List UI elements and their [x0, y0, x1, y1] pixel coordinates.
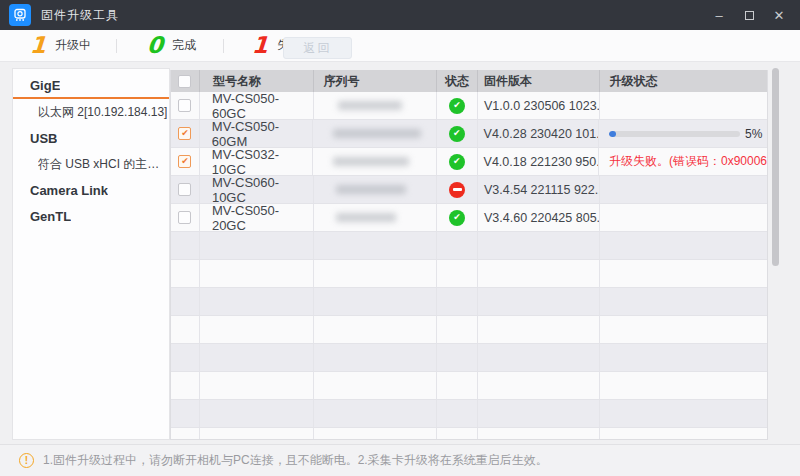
table-row[interactable]: MV-CS032-10GC V4.0.18 221230 950... 升级失败… — [171, 148, 767, 176]
stats-bar: 1 升级中 0 完成 1 失败 返回 — [0, 30, 800, 62]
model-name: MV-CS050-60GC — [200, 92, 314, 119]
firmware-version: V3.4.60 220425 805... — [478, 204, 600, 231]
vertical-scrollbar[interactable] — [772, 68, 779, 266]
table-row-empty — [171, 260, 767, 288]
row-checkbox[interactable] — [178, 211, 191, 224]
header-serial: 序列号 — [314, 70, 438, 92]
table-row-empty — [171, 428, 767, 440]
completed-count: 0 — [146, 34, 164, 57]
row-checkbox[interactable] — [178, 127, 191, 140]
progress-track — [609, 131, 740, 137]
select-all-checkbox[interactable] — [178, 75, 191, 88]
table-row-empty — [171, 400, 767, 428]
table-row[interactable]: MV-CS050-60GC V1.0.0 230506 1023... — [171, 92, 767, 120]
header-status: 状态 — [437, 70, 478, 92]
upgrade-fail-text: 升级失败。(错误码：0x90006... — [609, 153, 767, 170]
status-ok-icon — [449, 98, 465, 114]
sidebar-item-usb[interactable]: USB — [13, 125, 169, 151]
firmware-upgrade-tool-window: 固件升级工具 – ✕ 1 升级中 0 完成 1 失败 返回 GigE 以太网 2… — [0, 0, 800, 476]
table-row-empty — [171, 372, 767, 400]
model-name: MV-CS060-10GC — [200, 176, 314, 203]
status-ok-icon — [449, 154, 465, 170]
table-row-empty — [171, 344, 767, 372]
upgrading-label: 升级中 — [55, 37, 91, 54]
device-table: 型号名称 序列号 状态 固件版本 升级状态 MV-CS050-60GC V1.0… — [170, 70, 768, 440]
upgrading-count: 1 — [29, 34, 47, 57]
table-header: 型号名称 序列号 状态 固件版本 升级状态 — [171, 70, 767, 92]
model-name: MV-CS050-60GM — [200, 120, 313, 147]
table-row-empty — [171, 288, 767, 316]
serial-redacted — [333, 129, 421, 138]
sidebar-item-ethernet2[interactable]: 以太网 2[10.192.184.13] — [13, 99, 169, 125]
window-title: 固件升级工具 — [41, 7, 119, 24]
status-blocked-icon — [449, 182, 465, 198]
completed-label: 完成 — [172, 37, 196, 54]
firmware-version: V4.0.18 221230 950... — [478, 148, 599, 175]
sidebar-item-gentl[interactable]: GenTL — [13, 203, 169, 229]
footer-notice-bar: ! 1.固件升级过程中，请勿断开相机与PC连接，且不能断电。2.采集卡升级将在系… — [0, 444, 800, 476]
warning-icon: ! — [19, 453, 34, 468]
close-button[interactable]: ✕ — [764, 0, 794, 30]
progress-fill — [609, 131, 616, 137]
back-button[interactable]: 返回 — [283, 37, 352, 59]
stats-divider — [223, 39, 224, 53]
upgrade-progress-bar: 5% — [609, 127, 767, 141]
maximize-button[interactable] — [734, 0, 764, 30]
model-name: MV-CS050-20GC — [200, 204, 314, 231]
header-upgrade: 升级状态 — [600, 70, 767, 92]
model-name: MV-CS032-10GC — [200, 148, 313, 175]
sidebar-item-cameralink[interactable]: Camera Link — [13, 177, 169, 203]
table-row-empty — [171, 232, 767, 260]
stats-divider — [116, 39, 117, 53]
table-row[interactable]: MV-CS050-20GC V3.4.60 220425 805... — [171, 204, 767, 232]
footer-notice: 1.固件升级过程中，请勿断开相机与PC连接，且不能断电。2.采集卡升级将在系统重… — [43, 452, 548, 469]
serial-redacted — [336, 213, 396, 222]
serial-redacted — [338, 101, 402, 110]
row-checkbox[interactable] — [178, 99, 191, 112]
minimize-button[interactable]: – — [704, 0, 734, 30]
serial-redacted — [336, 185, 406, 194]
status-ok-icon — [449, 210, 465, 226]
firmware-version: V3.4.54 221115 922... — [478, 176, 600, 203]
progress-percent: 5% — [745, 127, 762, 141]
status-ok-icon — [449, 126, 465, 142]
firmware-version: V4.0.28 230420 101... — [478, 120, 599, 147]
app-camera-icon — [9, 4, 31, 26]
table-row[interactable]: MV-CS050-60GM V4.0.28 230420 101... 5% — [171, 120, 767, 148]
sidebar-item-gige[interactable]: GigE — [13, 73, 169, 99]
table-row-empty — [171, 316, 767, 344]
table-body: MV-CS050-60GC V1.0.0 230506 1023... MV-C… — [171, 92, 767, 440]
firmware-version: V1.0.0 230506 1023... — [478, 92, 600, 119]
maximize-icon — [745, 11, 754, 20]
row-checkbox[interactable] — [178, 183, 191, 196]
window-controls: – ✕ — [704, 0, 794, 30]
failed-count: 1 — [251, 34, 269, 57]
interface-sidebar: GigE 以太网 2[10.192.184.13] USB 符合 USB xHC… — [12, 68, 170, 440]
serial-redacted — [333, 157, 409, 166]
header-firmware: 固件版本 — [478, 70, 600, 92]
header-model: 型号名称 — [200, 70, 314, 92]
titlebar: 固件升级工具 – ✕ — [0, 0, 800, 30]
row-checkbox[interactable] — [178, 155, 191, 168]
sidebar-item-usb-xhci[interactable]: 符合 USB xHCI 的主机控... — [13, 151, 169, 177]
table-row[interactable]: MV-CS060-10GC V3.4.54 221115 922... — [171, 176, 767, 204]
